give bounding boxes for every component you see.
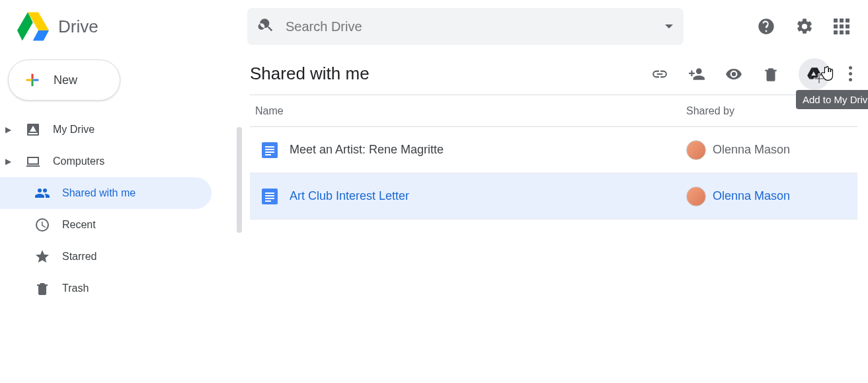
svg-rect-5	[265, 151, 274, 153]
settings-gear-icon[interactable]	[795, 17, 814, 36]
sidebar-item-shared-with-me[interactable]: Shared with me	[0, 177, 212, 209]
google-doc-icon	[250, 189, 290, 204]
add-to-my-drive-button[interactable]: Add to My Drive	[799, 58, 830, 90]
file-name: Art Club Interest Letter	[290, 189, 686, 203]
new-button-label: New	[54, 73, 77, 87]
apps-grid-icon[interactable]	[834, 19, 849, 34]
file-row[interactable]: Art Club Interest Letter Olenna Mason	[250, 173, 857, 220]
trash-icon	[34, 280, 50, 296]
sidebar: New ▶ My Drive ▶ Computers	[0, 53, 237, 311]
tooltip: Add to My Drive	[796, 90, 868, 109]
sidebar-item-my-drive[interactable]: ▶ My Drive	[0, 114, 212, 146]
star-icon	[34, 249, 50, 265]
chevron-right-icon: ▶	[3, 157, 13, 166]
file-name: Meet an Artist: Rene Magritte	[290, 143, 686, 157]
people-icon	[34, 185, 50, 201]
sidebar-item-trash[interactable]: Trash	[0, 273, 212, 304]
svg-rect-10	[265, 198, 274, 199]
main-content: Shared with me	[237, 53, 868, 311]
google-doc-icon	[250, 142, 290, 158]
share-person-add-icon[interactable]	[688, 65, 706, 83]
app-name: Drive	[58, 17, 99, 37]
svg-rect-8	[265, 192, 274, 194]
new-button[interactable]: New	[8, 60, 120, 101]
search-bar[interactable]	[247, 8, 684, 45]
scrollbar[interactable]	[237, 127, 242, 233]
file-row[interactable]: Meet an Artist: Rene Magritte Olenna Mas…	[250, 127, 857, 173]
avatar	[686, 187, 713, 206]
page-title: Shared with me	[250, 64, 370, 84]
shared-by-name: Olenna Mason	[713, 189, 790, 203]
my-drive-icon	[25, 122, 41, 138]
plus-icon	[23, 71, 42, 89]
search-icon	[258, 17, 275, 36]
shared-by-name: Olenna Mason	[713, 143, 790, 157]
sidebar-item-label: Recent	[62, 219, 96, 231]
drive-logo-icon	[16, 9, 50, 44]
column-header-name[interactable]: Name	[250, 105, 686, 117]
sidebar-item-label: My Drive	[53, 124, 95, 136]
svg-rect-6	[265, 154, 271, 155]
help-icon[interactable]	[757, 17, 775, 36]
svg-rect-9	[265, 195, 274, 196]
sidebar-item-recent[interactable]: Recent	[0, 209, 212, 241]
clock-icon	[34, 217, 50, 233]
sidebar-item-starred[interactable]: Starred	[0, 241, 212, 273]
sidebar-item-label: Trash	[62, 282, 89, 294]
logo-area[interactable]: Drive	[11, 9, 247, 44]
search-input[interactable]	[286, 19, 654, 34]
search-options-dropdown-icon[interactable]	[665, 24, 673, 28]
sidebar-item-label: Computers	[53, 155, 104, 167]
avatar	[686, 140, 713, 160]
preview-eye-icon[interactable]	[725, 65, 743, 83]
computers-icon	[25, 153, 41, 169]
svg-rect-3	[265, 146, 274, 148]
more-actions-icon[interactable]	[849, 66, 852, 81]
svg-rect-11	[265, 200, 271, 202]
svg-rect-4	[265, 149, 274, 150]
sidebar-item-computers[interactable]: ▶ Computers	[0, 146, 212, 177]
sidebar-item-label: Starred	[62, 251, 97, 263]
svg-rect-1	[28, 133, 38, 134]
get-link-icon[interactable]	[651, 65, 669, 83]
remove-trash-icon[interactable]	[762, 65, 780, 83]
chevron-right-icon: ▶	[3, 125, 13, 134]
sidebar-item-label: Shared with me	[62, 187, 136, 199]
